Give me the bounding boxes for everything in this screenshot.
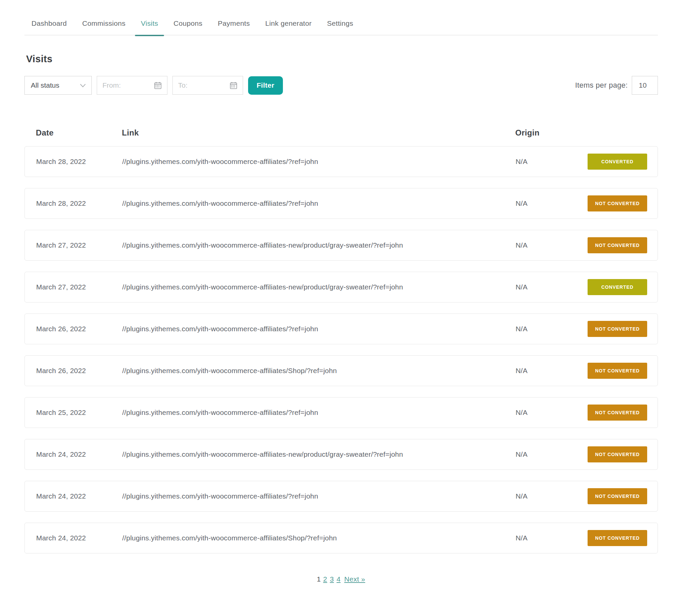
visit-date: March 28, 2022	[36, 199, 122, 207]
calendar-icon[interactable]	[153, 81, 163, 90]
status-badge: NOT CONVERTED	[587, 530, 647, 546]
status-badge: NOT CONVERTED	[587, 404, 647, 421]
visit-origin: N/A	[516, 283, 587, 291]
visit-link: //plugins.yithemes.com/yith-woocommerce-…	[122, 492, 516, 500]
filter-bar: All status	[24, 76, 658, 95]
tab-coupons[interactable]: Coupons	[173, 19, 202, 27]
items-per-page-label: Items per page:	[575, 81, 628, 90]
table-row: March 24, 2022 //plugins.yithemes.com/yi…	[24, 481, 658, 512]
pagination-page-link[interactable]: 2	[323, 575, 327, 583]
column-header-origin: Origin	[515, 128, 647, 137]
chevron-down-icon	[80, 83, 86, 88]
visit-link: //plugins.yithemes.com/yith-woocommerce-…	[122, 409, 516, 417]
table-row: March 27, 2022 //plugins.yithemes.com/yi…	[24, 272, 658, 303]
visit-origin: N/A	[516, 325, 587, 333]
status-badge: NOT CONVERTED	[587, 488, 647, 504]
visit-link: //plugins.yithemes.com/yith-woocommerce-…	[122, 534, 516, 542]
status-filter-select[interactable]: All status	[24, 76, 92, 95]
pagination-current-page: 1	[317, 575, 321, 583]
visit-date: March 24, 2022	[36, 534, 122, 542]
status-badge: NOT CONVERTED	[587, 321, 647, 337]
status-badge: NOT CONVERTED	[587, 446, 647, 462]
status-filter-value: All status	[31, 81, 59, 89]
column-header-date: Date	[36, 128, 122, 137]
visit-link: //plugins.yithemes.com/yith-woocommerce-…	[122, 450, 516, 458]
table-row: March 24, 2022 //plugins.yithemes.com/yi…	[24, 523, 658, 553]
table-row: March 24, 2022 //plugins.yithemes.com/yi…	[24, 439, 658, 470]
table-row: March 28, 2022 //plugins.yithemes.com/yi…	[24, 188, 658, 219]
visit-date: March 26, 2022	[36, 325, 122, 333]
tab-visits[interactable]: Visits	[141, 19, 158, 27]
visit-date: March 27, 2022	[36, 283, 122, 291]
table-row: March 25, 2022 //plugins.yithemes.com/yi…	[24, 397, 658, 428]
status-badge: CONVERTED	[587, 154, 647, 170]
table-header-row: Date Link Origin	[24, 128, 658, 137]
visit-date: March 25, 2022	[36, 409, 122, 417]
visit-date: March 24, 2022	[36, 450, 122, 458]
visit-link: //plugins.yithemes.com/yith-woocommerce-…	[122, 283, 516, 291]
filter-button[interactable]: Filter	[248, 76, 283, 95]
tab-payments[interactable]: Payments	[218, 19, 250, 27]
date-from-input[interactable]	[99, 81, 145, 89]
pagination-page-link[interactable]: 4	[337, 575, 341, 583]
visit-origin: N/A	[516, 158, 587, 166]
tab-dashboard[interactable]: Dashboard	[31, 19, 67, 27]
tab-link-generator[interactable]: Link generator	[265, 19, 312, 27]
visits-table: March 28, 2022 //plugins.yithemes.com/yi…	[24, 146, 658, 553]
pagination-next-link[interactable]: Next »	[344, 575, 365, 583]
table-row: March 28, 2022 //plugins.yithemes.com/yi…	[24, 146, 658, 177]
visit-date: March 27, 2022	[36, 241, 122, 249]
visit-origin: N/A	[516, 199, 587, 207]
page-title: Visits	[26, 53, 658, 65]
items-per-page: Items per page:	[575, 76, 658, 95]
pagination-page-link[interactable]: 3	[330, 575, 334, 583]
visit-link: //plugins.yithemes.com/yith-woocommerce-…	[122, 241, 516, 249]
calendar-icon[interactable]	[229, 81, 238, 90]
visit-date: March 26, 2022	[36, 367, 122, 375]
visit-date: March 28, 2022	[36, 158, 122, 166]
items-per-page-input[interactable]	[632, 76, 658, 95]
tab-settings[interactable]: Settings	[327, 19, 353, 27]
visit-origin: N/A	[516, 534, 587, 542]
status-badge: CONVERTED	[587, 279, 647, 295]
visit-link: //plugins.yithemes.com/yith-woocommerce-…	[122, 199, 516, 207]
visit-origin: N/A	[516, 409, 587, 417]
visit-link: //plugins.yithemes.com/yith-woocommerce-…	[122, 367, 516, 375]
visit-date: March 24, 2022	[36, 492, 122, 500]
status-badge: NOT CONVERTED	[587, 195, 647, 212]
table-row: March 26, 2022 //plugins.yithemes.com/yi…	[24, 313, 658, 344]
affiliate-tabs-nav: DashboardCommissionsVisitsCouponsPayment…	[24, 19, 658, 36]
visit-origin: N/A	[516, 492, 587, 500]
status-badge: NOT CONVERTED	[587, 363, 647, 379]
table-row: March 27, 2022 //plugins.yithemes.com/yi…	[24, 230, 658, 261]
date-to-field-wrap	[172, 76, 243, 95]
pagination: 1234Next »	[24, 575, 658, 583]
date-from-field-wrap	[97, 76, 167, 95]
status-badge: NOT CONVERTED	[587, 237, 647, 253]
table-row: March 26, 2022 //plugins.yithemes.com/yi…	[24, 355, 658, 386]
visit-link: //plugins.yithemes.com/yith-woocommerce-…	[122, 158, 516, 166]
tab-commissions[interactable]: Commissions	[82, 19, 125, 27]
visit-origin: N/A	[516, 450, 587, 458]
visit-origin: N/A	[516, 367, 587, 375]
tab-list: DashboardCommissionsVisitsCouponsPayment…	[24, 19, 658, 36]
visit-origin: N/A	[516, 241, 587, 249]
visit-link: //plugins.yithemes.com/yith-woocommerce-…	[122, 325, 516, 333]
column-header-link: Link	[122, 128, 515, 137]
date-to-input[interactable]	[174, 81, 221, 89]
